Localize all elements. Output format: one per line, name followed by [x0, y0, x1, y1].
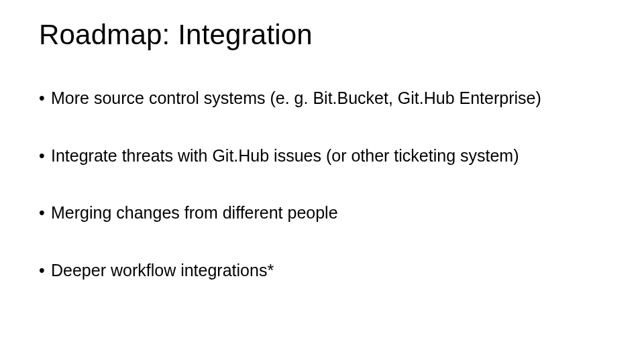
slide-container: Roadmap: Integration More source control… — [0, 0, 644, 281]
list-item: Integrate threats with Git.Hub issues (o… — [39, 145, 605, 167]
slide-title: Roadmap: Integration — [39, 19, 605, 51]
list-item: Merging changes from different people — [39, 202, 605, 224]
bullet-list: More source control systems (e. g. Bit.B… — [39, 87, 605, 281]
list-item: Deeper workflow integrations* — [39, 259, 605, 282]
list-item: More source control systems (e. g. Bit.B… — [39, 87, 605, 109]
